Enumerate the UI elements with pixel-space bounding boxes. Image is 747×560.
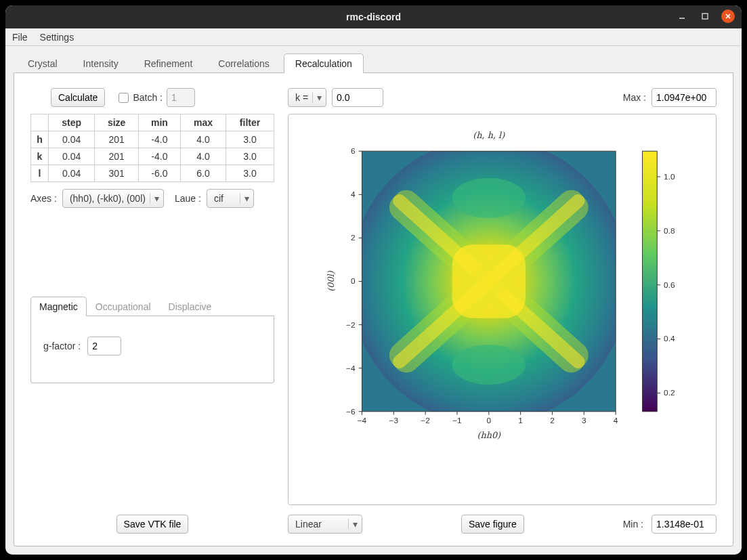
svg-text:0: 0 xyxy=(351,276,356,286)
k-value-input[interactable] xyxy=(332,88,383,107)
menu-bar: File Settings xyxy=(5,28,742,46)
close-button[interactable] xyxy=(721,9,735,23)
subtab-occupational[interactable]: Occupational xyxy=(87,297,160,316)
plot-area: (h, h, l)−4−3−2−101234−6−4−20246(hh0)(00… xyxy=(288,114,717,505)
svg-text:1: 1 xyxy=(518,416,523,425)
svg-text:(hh0): (hh0) xyxy=(477,430,501,440)
svg-text:0: 0 xyxy=(486,416,491,425)
svg-text:−1: −1 xyxy=(452,416,462,425)
axes-label: Axes : xyxy=(30,193,57,204)
svg-point-14 xyxy=(452,345,526,385)
batch-value-input xyxy=(167,88,195,107)
calculate-button[interactable]: Calculate xyxy=(51,88,105,107)
svg-text:0.8: 0.8 xyxy=(664,226,675,236)
svg-text:−2: −2 xyxy=(421,416,430,425)
menu-file[interactable]: File xyxy=(12,32,28,43)
minimize-button[interactable] xyxy=(675,9,689,23)
gfactor-input[interactable] xyxy=(87,337,121,356)
batch-label: Batch : xyxy=(133,92,163,103)
table-row[interactable]: k 0.04 201 -4.0 4.0 3.0 xyxy=(31,148,274,165)
laue-select[interactable]: cif ▾ xyxy=(207,189,254,208)
save-figure-button[interactable]: Save figure xyxy=(461,515,524,534)
svg-text:2: 2 xyxy=(351,233,356,242)
svg-text:−3: −3 xyxy=(389,416,399,425)
batch-checkbox[interactable] xyxy=(119,93,129,103)
title-bar: rmc-discord xyxy=(5,5,742,28)
svg-text:3: 3 xyxy=(582,416,586,425)
svg-point-13 xyxy=(452,178,526,218)
tab-refinement[interactable]: Refinement xyxy=(133,53,205,73)
laue-label: Laue : xyxy=(175,193,201,204)
svg-text:1.0: 1.0 xyxy=(664,172,675,181)
save-vtk-button[interactable]: Save VTK file xyxy=(116,515,189,534)
max-value-input[interactable] xyxy=(652,88,717,107)
svg-text:0.6: 0.6 xyxy=(664,280,675,290)
svg-text:(h, h, l): (h, h, l) xyxy=(473,130,505,140)
k-select[interactable]: k = ▾ xyxy=(288,88,326,107)
tab-correlations[interactable]: Correlations xyxy=(207,53,280,73)
subtab-displacive[interactable]: Displacive xyxy=(160,297,221,316)
svg-text:6: 6 xyxy=(351,146,356,156)
svg-text:0.2: 0.2 xyxy=(664,388,675,397)
svg-text:4: 4 xyxy=(614,416,618,425)
chevron-down-icon: ▾ xyxy=(240,193,251,204)
svg-rect-50 xyxy=(643,151,658,412)
gfactor-label: g-factor : xyxy=(43,341,81,351)
maximize-button[interactable] xyxy=(698,9,712,23)
tab-crystal[interactable]: Crystal xyxy=(16,53,69,73)
svg-text:−4: −4 xyxy=(358,416,367,425)
axes-select[interactable]: (hh0), (-kk0), (00l) ▾ xyxy=(62,189,164,208)
svg-text:−6: −6 xyxy=(346,407,356,416)
svg-text:−2: −2 xyxy=(346,320,356,330)
table-row[interactable]: l 0.04 301 -6.0 6.0 3.0 xyxy=(31,165,274,182)
chevron-down-icon: ▾ xyxy=(348,519,359,530)
table-header-row: step size min max filter xyxy=(31,114,274,131)
svg-rect-12 xyxy=(452,244,526,318)
svg-text:−4: −4 xyxy=(346,364,356,373)
tab-recalculation[interactable]: Recalculation xyxy=(284,53,364,73)
svg-text:4: 4 xyxy=(351,190,356,199)
chevron-down-icon: ▾ xyxy=(312,92,323,103)
svg-text:(00l): (00l) xyxy=(326,270,336,291)
min-label: Min : xyxy=(623,519,643,530)
main-tabs: Crystal Intensity Refinement Correlation… xyxy=(14,53,733,73)
window-title: rmc-discord xyxy=(5,12,742,22)
subtab-magnetic[interactable]: Magnetic xyxy=(30,297,87,316)
svg-text:2: 2 xyxy=(550,416,555,425)
params-table: step size min max filter h 0.04 201 -4.0… xyxy=(30,114,274,182)
scale-select[interactable]: Linear ▾ xyxy=(288,515,362,534)
min-value-input[interactable] xyxy=(652,515,717,534)
chevron-down-icon: ▾ xyxy=(150,193,161,204)
table-row[interactable]: h 0.04 201 -4.0 4.0 3.0 xyxy=(31,131,274,148)
svg-rect-1 xyxy=(702,14,708,19)
svg-text:0.4: 0.4 xyxy=(664,334,675,343)
max-label: Max : xyxy=(623,92,646,103)
menu-settings[interactable]: Settings xyxy=(40,32,74,43)
tab-intensity[interactable]: Intensity xyxy=(72,53,130,73)
